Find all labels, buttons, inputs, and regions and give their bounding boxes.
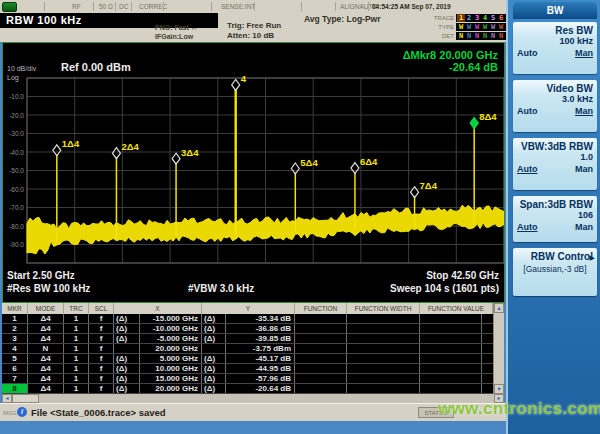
pno-text: PNO: Fast <box>155 24 189 31</box>
table-header-cell: X <box>114 303 202 314</box>
msg-label: MSG <box>3 410 17 416</box>
softkey-vbw-3db-rbw[interactable]: VBW:3dB RBW1.0AutoMan <box>513 138 597 190</box>
det-row-char: N <box>489 32 497 40</box>
softkey-auto-man-row: AutoMan <box>517 222 593 233</box>
trc-cell: 1 <box>64 324 89 333</box>
function-cell <box>295 324 347 333</box>
trace-row-char: 3 <box>473 14 481 22</box>
mkr-cell: 1 <box>2 314 28 323</box>
softkey-title: Res BW <box>517 25 593 36</box>
function-value-cell <box>420 314 482 323</box>
ref-level: Ref 0.00 dBm <box>61 61 131 73</box>
x-delta-cell: (Δ) <box>114 354 140 363</box>
mode-cell: Δ4 <box>28 334 64 343</box>
status-separator <box>44 2 45 11</box>
scl-cell: f <box>89 324 114 333</box>
scroll-up-icon[interactable]: ▲ <box>494 303 504 313</box>
x-delta-cell: (Δ) <box>114 314 140 323</box>
scrollbar-thumb[interactable] <box>12 394 39 403</box>
table-row: 8Δ41f(Δ)20.000 GHz(Δ)-20.64 dB <box>2 384 504 394</box>
mode-cell: Δ4 <box>28 354 64 363</box>
table-header-cell: FUNCTION <box>295 303 347 314</box>
status-separator <box>368 2 369 11</box>
y-axis-label: -50.0 <box>9 167 24 174</box>
trc-cell: 1 <box>64 314 89 323</box>
marker-label: 8Δ4 <box>479 111 497 122</box>
lan-status-led-icon <box>2 2 17 12</box>
softkey-auto-option[interactable]: Auto <box>517 164 538 175</box>
softkey-man-option[interactable]: Man <box>575 164 593 175</box>
softkey-auto-option[interactable]: Auto <box>517 106 538 117</box>
softkey-sidebar: BW Res BW100 kHzAutoManVideo BW3.0 kHzAu… <box>506 0 600 434</box>
y-delta-cell: (Δ) <box>202 314 226 323</box>
y-axis-label: -70.0 <box>9 204 24 211</box>
marker-table-vertical-scrollbar[interactable]: ▲ ▼ <box>493 303 504 394</box>
function-width-cell <box>347 364 420 373</box>
sweep-annotation: Sweep 104 s (1601 pts) <box>390 283 499 294</box>
marker-diamond <box>172 153 180 164</box>
type-row-char: W <box>489 23 497 31</box>
mkr-cell: 2 <box>2 324 28 333</box>
status-segment: SENSE:INT <box>221 3 255 10</box>
trigger-readout: Trig: Free Run Atten: 10 dB <box>227 21 281 41</box>
scl-cell: f <box>89 354 114 363</box>
x-cell: 10.000 GHz <box>140 364 202 373</box>
status-segment: RF <box>72 3 81 10</box>
softkey-video-bw[interactable]: Video BW3.0 kHzAutoMan <box>513 80 597 132</box>
mkr-cell: 5 <box>2 354 28 363</box>
x-delta-cell: (Δ) <box>114 324 140 333</box>
scroll-down-icon[interactable]: ▼ <box>494 384 504 394</box>
marker-diamond <box>53 145 61 156</box>
function-cell <box>295 364 347 373</box>
delta-marker-readout: ΔMkr8 20.000 GHz -20.64 dB <box>403 49 498 73</box>
softkey-auto-option[interactable]: Auto <box>517 222 538 233</box>
scl-cell: f <box>89 314 114 323</box>
y-cell: -39.85 dB <box>226 334 295 343</box>
function-width-cell <box>347 344 420 353</box>
type-row-label: TYPE <box>427 24 454 30</box>
softkey-value: 100 kHz <box>517 36 593 47</box>
trc-cell: 1 <box>64 384 89 393</box>
y-cell: -3.75 dBm <box>226 344 295 353</box>
status-separator <box>335 2 336 11</box>
y-axis-label: -80.0 <box>9 223 24 230</box>
x-delta-cell: (Δ) <box>114 364 140 373</box>
function-width-cell <box>347 374 420 383</box>
det-row-values: NNNNNN <box>456 32 506 40</box>
watermark: www.cntronics.com <box>438 399 600 419</box>
function-value-cell <box>420 384 482 393</box>
type-row: TYPEWWWWWW <box>427 22 506 31</box>
softkey-span-3db-rbw[interactable]: Span:3dB RBW106AutoMan <box>513 196 597 242</box>
scroll-left-icon[interactable]: ◄ <box>2 394 12 403</box>
type-row-char: W <box>465 23 473 31</box>
y-cell: -44.95 dB <box>226 364 295 373</box>
message-text: File <State_0006.trace> saved <box>31 407 166 418</box>
scl-cell: f <box>89 374 114 383</box>
softkey-auto-option[interactable]: Auto <box>517 48 538 59</box>
mkr-cell: 4 <box>2 344 28 353</box>
softkey-man-option[interactable]: Man <box>575 106 593 117</box>
stop-freq: Stop 42.50 GHz <box>426 270 499 281</box>
table-row: 5Δ41f(Δ)5.000 GHz(Δ)-45.17 dB <box>2 354 504 364</box>
function-width-cell <box>347 354 420 363</box>
softkey-man-option[interactable]: Man <box>575 48 593 59</box>
softkey-res-bw[interactable]: Res BW100 kHzAutoMan <box>513 22 597 74</box>
trace-row-char: 5 <box>489 14 497 22</box>
table-row: 6Δ41f(Δ)10.000 GHz(Δ)-44.95 dB <box>2 364 504 374</box>
trc-cell: 1 <box>64 374 89 383</box>
softkey-title: Video BW <box>517 83 593 94</box>
table-header-cell: FUNCTION VALUE <box>420 303 493 314</box>
marker-table-horizontal-scrollbar[interactable]: ◄ ► <box>2 394 504 403</box>
y-delta-cell: (Δ) <box>202 364 226 373</box>
function-cell <box>295 314 347 323</box>
function-value-cell <box>420 354 482 363</box>
softkey-rbw-control[interactable]: RBW Control▶[Gaussian,-3 dB] <box>513 248 597 296</box>
function-value-cell <box>420 334 482 343</box>
marker-label: 5Δ4 <box>300 157 318 168</box>
softkey-man-option[interactable]: Man <box>575 222 593 233</box>
status-separator <box>211 2 212 11</box>
marker-label: 1Δ4 <box>62 138 80 149</box>
delta-marker-freq: ΔMkr8 20.000 GHz <box>403 49 498 61</box>
y-delta-cell: (Δ) <box>202 374 226 383</box>
softkey-value: 1.0 <box>517 152 593 163</box>
